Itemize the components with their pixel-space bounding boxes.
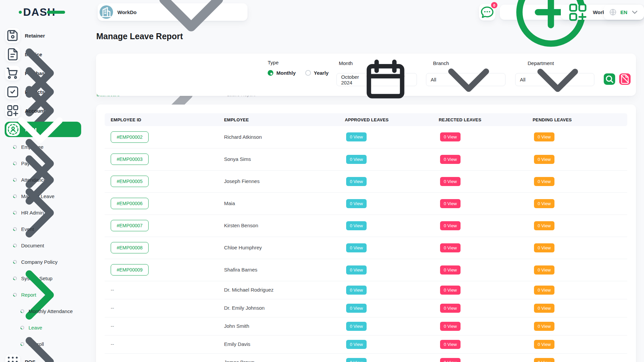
employee-id-badge[interactable]: #EMP00006 (111, 198, 149, 209)
employee-id-badge[interactable]: #EMP00003 (111, 154, 149, 165)
search-button[interactable] (604, 73, 615, 85)
sidebar-item-document[interactable]: Document (0, 237, 87, 254)
table-row: #EMP00003Sonya Sims0 View0 View0 View (105, 148, 627, 170)
chevron-right-icon (0, 323, 78, 362)
employee-name: Dr. Emily Johnson (224, 305, 265, 311)
sidebar-item-report[interactable]: Report (0, 287, 87, 303)
employee-name: Maia (224, 200, 235, 206)
pending-leaves-view-badge[interactable]: 0 View (534, 340, 554, 349)
pending-leaves-view-badge[interactable]: 0 View (534, 304, 554, 313)
table-row: #EMP00009Shafira Barnes0 View0 View0 Vie… (105, 259, 627, 281)
type-radio-yearly[interactable]: Yearly (305, 70, 329, 76)
language-selector[interactable]: EN (604, 5, 644, 20)
employee-id-empty: -- (111, 359, 114, 362)
pending-leaves-view-badge[interactable]: 0 View (534, 199, 554, 208)
approved-leaves-view-badge[interactable]: 0 View (346, 322, 367, 331)
employee-id-empty: -- (111, 305, 114, 311)
department-select[interactable]: All (515, 73, 594, 86)
employee-id-badge[interactable]: #EMP00005 (111, 176, 149, 187)
rejected-leaves-view-badge[interactable]: 0 View (440, 340, 461, 349)
messages-button[interactable]: 0 (479, 4, 495, 20)
language-label: EN (621, 9, 628, 15)
table-row: --Dr. Michael Rodriguez0 View0 View0 Vie… (105, 281, 627, 299)
table-row: #EMP00007Kirsten Benson0 View0 View0 Vie… (105, 215, 627, 237)
department-value: All (520, 77, 526, 82)
column-header-pending-leaves: PENDING LEAVES (533, 113, 627, 126)
approved-leaves-view-badge[interactable]: 0 View (346, 155, 367, 164)
pending-leaves-view-badge[interactable]: 0 View (534, 177, 554, 186)
branch-select[interactable]: All (426, 73, 505, 86)
calendar-icon (359, 53, 412, 106)
rejected-leaves-view-badge[interactable]: 0 View (440, 199, 461, 208)
table-row: --James Brown0 View0 View0 View (105, 353, 627, 362)
employee-id-badge[interactable]: #EMP00007 (111, 220, 149, 231)
sidebar-item-hr-admin[interactable]: HR Admin (0, 204, 87, 221)
sidebar: RetainerInvoicePurchasesProjectsAccounti… (0, 24, 87, 362)
employee-id-badge[interactable]: #EMP00002 (111, 131, 149, 143)
approved-leaves-view-badge[interactable]: 0 View (346, 265, 367, 275)
rejected-leaves-view-badge[interactable]: 0 View (440, 265, 461, 275)
type-radio-monthly[interactable]: Monthly (268, 70, 296, 76)
employee-name: James Brown (224, 359, 255, 362)
employee-id-badge[interactable]: #EMP00009 (111, 264, 149, 276)
approved-leaves-view-badge[interactable]: 0 View (346, 177, 367, 186)
pending-leaves-view-badge[interactable]: 0 View (534, 243, 554, 252)
rejected-leaves-view-badge[interactable]: 0 View (440, 221, 461, 230)
workspace-selector[interactable]: WorkDo (98, 3, 248, 21)
approved-leaves-view-badge[interactable]: 0 View (346, 221, 367, 230)
employee-name: Kirsten Benson (224, 223, 258, 228)
column-header-employee: EMPLOYEE (224, 113, 345, 126)
bullet-icon (20, 309, 25, 314)
rejected-leaves-view-badge[interactable]: 0 View (440, 132, 461, 141)
chevron-down-icon (436, 47, 501, 112)
employee-name: Emily Davis (224, 341, 250, 347)
sidebar-item-label: Document (21, 243, 44, 248)
approved-leaves-view-badge[interactable]: 0 View (346, 199, 367, 208)
filter-panel: Type MonthlyYearly Month October 2024 Br… (96, 54, 636, 96)
sidebar-item-pos[interactable]: POS (0, 352, 87, 362)
table-row: #EMP00002Richard Atkinson0 View0 View0 V… (105, 126, 627, 148)
table-row: #EMP00008Chloe Humphrey0 View0 View0 Vie… (105, 237, 627, 259)
radio-label: Yearly (314, 70, 329, 76)
pending-leaves-view-badge[interactable]: 0 View (534, 286, 554, 295)
logo-dot-icon (19, 11, 22, 14)
leave-report-table-card: EMPLOYEE IDEMPLOYEEAPPROVED LEAVESREJECT… (96, 105, 636, 362)
sidebar-item-monthly-attendance[interactable]: Monthly Attendance (0, 303, 87, 319)
pending-leaves-view-badge[interactable]: 0 View (534, 221, 554, 230)
approved-leaves-view-badge[interactable]: 0 View (346, 286, 367, 295)
rejected-leaves-view-badge[interactable]: 0 View (440, 155, 461, 164)
rejected-leaves-view-badge[interactable]: 0 View (440, 304, 461, 313)
rejected-leaves-view-badge[interactable]: 0 View (440, 286, 461, 295)
sidebar-item-event[interactable]: Event (0, 221, 87, 237)
column-header-rejected-leaves: REJECTED LEAVES (439, 113, 533, 126)
pending-leaves-view-badge[interactable]: 0 View (534, 155, 554, 164)
approved-leaves-view-badge[interactable]: 0 View (346, 304, 367, 313)
pending-leaves-view-badge[interactable]: 0 View (534, 322, 554, 331)
radio-unselected-icon[interactable] (305, 70, 311, 76)
search-icon (604, 73, 615, 85)
chevron-down-icon (526, 48, 590, 112)
rejected-leaves-view-badge[interactable]: 0 View (440, 177, 461, 186)
table-row: #EMP00005Joseph Fiennes0 View0 View0 Vie… (105, 170, 627, 192)
rejected-leaves-view-badge[interactable]: 0 View (440, 243, 461, 252)
employee-id-badge[interactable]: #EMP00008 (111, 242, 149, 253)
reset-button[interactable] (619, 73, 631, 85)
pending-leaves-view-badge[interactable]: 0 View (534, 358, 554, 362)
approved-leaves-view-badge[interactable]: 0 View (346, 340, 367, 349)
employee-name: Dr. Michael Rodriguez (224, 287, 274, 293)
pending-leaves-view-badge[interactable]: 0 View (534, 132, 554, 141)
approved-leaves-view-badge[interactable]: 0 View (346, 243, 367, 252)
radio-selected-icon[interactable] (268, 70, 273, 76)
building-icon (100, 5, 113, 19)
rejected-leaves-view-badge[interactable]: 0 View (440, 358, 461, 362)
employee-name: Joseph Fiennes (224, 178, 260, 184)
employee-name: Chloe Humphrey (224, 245, 262, 250)
month-input[interactable]: October 2024 (336, 73, 417, 86)
logo-dash-icon (47, 11, 65, 14)
rejected-leaves-view-badge[interactable]: 0 View (440, 322, 461, 331)
approved-leaves-view-badge[interactable]: 0 View (346, 132, 367, 141)
pending-leaves-view-badge[interactable]: 0 View (534, 265, 554, 275)
sidebar-item-label: Monthly Attendance (29, 308, 73, 314)
approved-leaves-view-badge[interactable]: 0 View (346, 358, 367, 362)
chevron-down-icon (631, 8, 639, 16)
